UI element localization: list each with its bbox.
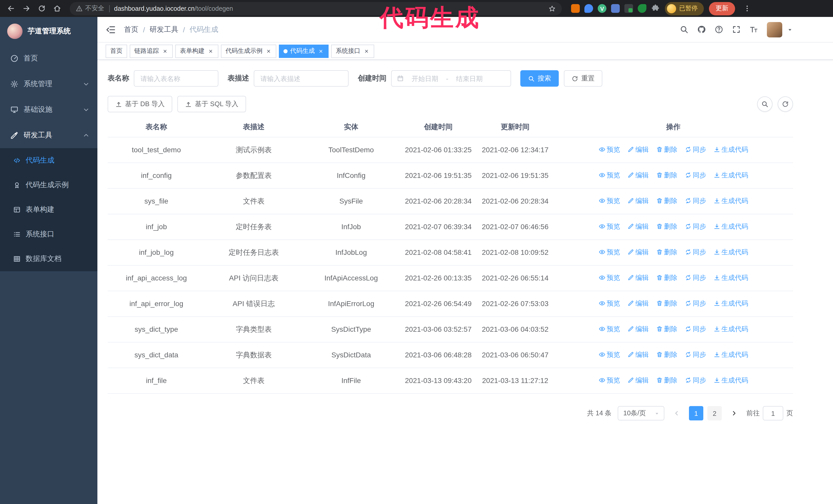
caret-down-icon[interactable] bbox=[787, 26, 793, 32]
delete-link[interactable]: 删除 bbox=[656, 350, 677, 359]
preview-link[interactable]: 预览 bbox=[598, 170, 620, 180]
preview-link[interactable]: 预览 bbox=[598, 350, 620, 359]
generate-code-link[interactable]: 生成代码 bbox=[713, 375, 748, 385]
extension-icon-vue-devtools[interactable] bbox=[598, 4, 606, 13]
generate-code-link[interactable]: 生成代码 bbox=[713, 247, 748, 257]
tab-system-api[interactable]: 系统接口 bbox=[331, 44, 374, 58]
sync-link[interactable]: 同步 bbox=[685, 145, 706, 154]
delete-link[interactable]: 删除 bbox=[656, 221, 677, 231]
preview-link[interactable]: 预览 bbox=[598, 196, 620, 206]
tab-form-builder[interactable]: 表单构建 bbox=[175, 44, 218, 58]
page-number-1[interactable]: 1 bbox=[689, 406, 703, 421]
sync-link[interactable]: 同步 bbox=[685, 273, 706, 283]
fullscreen-icon[interactable] bbox=[732, 25, 741, 34]
delete-link[interactable]: 删除 bbox=[656, 170, 677, 180]
breadcrumb-dev-tools[interactable]: 研发工具 bbox=[150, 25, 178, 34]
delete-link[interactable]: 删除 bbox=[656, 273, 677, 283]
browser-profile-chip[interactable]: 已暂停 bbox=[665, 2, 704, 15]
user-avatar[interactable] bbox=[767, 22, 782, 37]
delete-link[interactable]: 删除 bbox=[656, 324, 677, 334]
tab-tracing[interactable]: 链路追踪 bbox=[130, 44, 173, 58]
sidebar-item-db-doc[interactable]: 数据库文档 bbox=[0, 247, 97, 271]
address-bar[interactable]: 不安全 dashboard.yudao.iocoder.cn /tool/cod… bbox=[70, 2, 562, 15]
extension-icon-people[interactable] bbox=[611, 4, 620, 13]
sidebar-item-home[interactable]: 首页 bbox=[0, 46, 97, 71]
page-size-select[interactable]: 10条/页 bbox=[618, 406, 664, 421]
browser-home-button[interactable] bbox=[50, 2, 64, 15]
preview-link[interactable]: 预览 bbox=[598, 298, 620, 308]
sidebar-fold-icon[interactable] bbox=[105, 24, 116, 34]
browser-update-button[interactable]: 更新 bbox=[709, 2, 735, 15]
edit-link[interactable]: 编辑 bbox=[627, 145, 649, 154]
sync-link[interactable]: 同步 bbox=[685, 170, 706, 180]
sidebar-item-dev-tools[interactable]: 研发工具 bbox=[0, 123, 97, 148]
toggle-search-button[interactable] bbox=[757, 96, 772, 112]
sidebar-item-codegen-example[interactable]: 代码生成示例 bbox=[0, 173, 97, 197]
close-icon[interactable] bbox=[317, 48, 324, 54]
edit-link[interactable]: 编辑 bbox=[627, 221, 649, 231]
edit-link[interactable]: 编辑 bbox=[627, 298, 649, 308]
help-icon[interactable] bbox=[715, 25, 723, 34]
generate-code-link[interactable]: 生成代码 bbox=[713, 324, 748, 334]
reset-button[interactable]: 重置 bbox=[564, 70, 602, 87]
close-icon[interactable] bbox=[363, 48, 370, 54]
browser-back-button[interactable] bbox=[4, 2, 18, 15]
extension-icon-drop[interactable] bbox=[585, 4, 593, 13]
tab-codegen-example[interactable]: 代码生成示例 bbox=[221, 44, 276, 58]
edit-link[interactable]: 编辑 bbox=[627, 375, 649, 385]
sidebar-item-system-management[interactable]: 系统管理 bbox=[0, 71, 97, 97]
extension-icon-orange[interactable] bbox=[571, 4, 580, 13]
page-number-2[interactable]: 2 bbox=[708, 406, 722, 421]
prev-page-button[interactable] bbox=[670, 406, 683, 421]
font-size-icon[interactable] bbox=[749, 25, 758, 34]
bookmark-star-button[interactable] bbox=[548, 5, 556, 12]
tab-codegen[interactable]: 代码生成 bbox=[279, 44, 329, 58]
breadcrumb-home[interactable]: 首页 bbox=[124, 25, 138, 34]
next-page-button[interactable] bbox=[728, 406, 740, 421]
preview-link[interactable]: 预览 bbox=[598, 273, 620, 283]
generate-code-link[interactable]: 生成代码 bbox=[713, 196, 748, 206]
browser-forward-button[interactable] bbox=[20, 2, 33, 15]
delete-link[interactable]: 删除 bbox=[656, 145, 677, 154]
date-end-input[interactable] bbox=[451, 75, 488, 82]
generate-code-link[interactable]: 生成代码 bbox=[713, 170, 748, 180]
import-db-button[interactable]: 基于 DB 导入 bbox=[108, 96, 172, 112]
delete-link[interactable]: 删除 bbox=[656, 375, 677, 385]
sync-link[interactable]: 同步 bbox=[685, 221, 706, 231]
delete-link[interactable]: 删除 bbox=[656, 247, 677, 257]
edit-link[interactable]: 编辑 bbox=[627, 196, 649, 206]
sync-link[interactable]: 同步 bbox=[685, 298, 706, 308]
generate-code-link[interactable]: 生成代码 bbox=[713, 221, 748, 231]
sidebar-item-infrastructure[interactable]: 基础设施 bbox=[0, 97, 97, 123]
preview-link[interactable]: 预览 bbox=[598, 221, 620, 231]
preview-link[interactable]: 预览 bbox=[598, 324, 620, 334]
close-icon[interactable] bbox=[265, 48, 272, 54]
delete-link[interactable]: 删除 bbox=[656, 196, 677, 206]
table-name-input[interactable] bbox=[134, 70, 218, 87]
sidebar-item-form-builder[interactable]: 表单构建 bbox=[0, 197, 97, 222]
date-range-picker[interactable]: - bbox=[391, 70, 511, 87]
generate-code-link[interactable]: 生成代码 bbox=[713, 145, 748, 154]
browser-reload-button[interactable] bbox=[35, 2, 48, 15]
sync-link[interactable]: 同步 bbox=[685, 247, 706, 257]
browser-menu-button[interactable] bbox=[740, 2, 754, 15]
preview-link[interactable]: 预览 bbox=[598, 145, 620, 154]
search-button[interactable]: 搜索 bbox=[520, 70, 559, 87]
sync-link[interactable]: 同步 bbox=[685, 324, 706, 334]
extensions-puzzle-icon[interactable] bbox=[651, 4, 660, 13]
edit-link[interactable]: 编辑 bbox=[627, 247, 649, 257]
search-icon[interactable] bbox=[680, 25, 688, 34]
sidebar-item-codegen[interactable]: 代码生成 bbox=[0, 148, 97, 173]
github-icon[interactable] bbox=[697, 25, 706, 34]
generate-code-link[interactable]: 生成代码 bbox=[713, 298, 748, 308]
sync-link[interactable]: 同步 bbox=[685, 196, 706, 206]
close-icon[interactable] bbox=[207, 48, 214, 54]
edit-link[interactable]: 编辑 bbox=[627, 324, 649, 334]
extension-icon-tampermonkey[interactable] bbox=[624, 4, 633, 13]
import-sql-button[interactable]: 基于 SQL 导入 bbox=[177, 96, 246, 112]
generate-code-link[interactable]: 生成代码 bbox=[713, 350, 748, 359]
close-icon[interactable] bbox=[162, 48, 168, 54]
extension-icon-leaf[interactable] bbox=[638, 4, 646, 13]
goto-page-input[interactable] bbox=[763, 406, 783, 421]
sidebar-item-system-api[interactable]: 系统接口 bbox=[0, 222, 97, 247]
